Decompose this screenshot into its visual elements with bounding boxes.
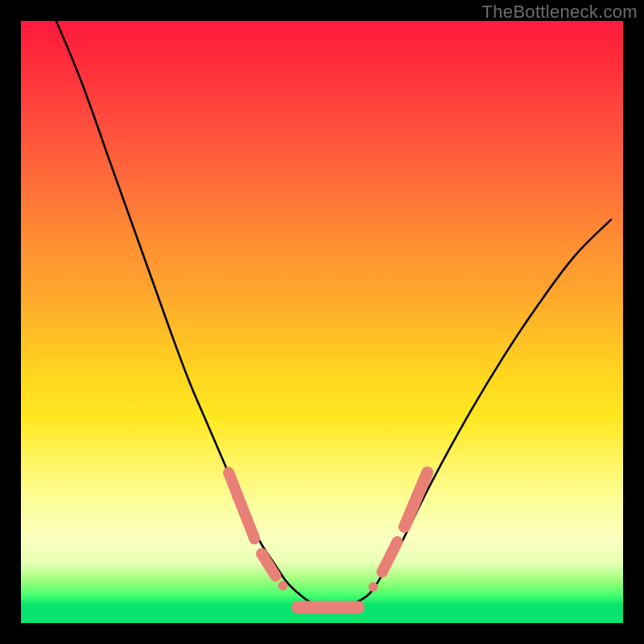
plot-frame [21,21,623,623]
bottleneck-curve-svg [21,21,623,623]
bottleneck-curve [51,21,611,608]
curve-marker [369,582,378,592]
curve-marker [278,581,287,591]
curve-marker [232,491,243,502]
curve-markers [229,473,427,608]
curve-marker-capsule [229,473,254,539]
curve-marker-capsule [262,554,275,576]
curve-marker-capsule [382,542,398,572]
watermark-label: TheBottleneck.com [482,2,638,23]
curve-marker-capsule [404,473,427,526]
